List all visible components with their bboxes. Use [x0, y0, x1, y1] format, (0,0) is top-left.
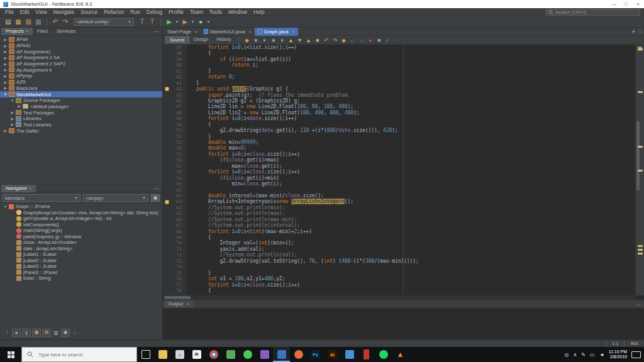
navigator-item-jpanel1[interactable]: jPanel1 : JPanel: [0, 270, 162, 276]
view-source-button[interactable]: Source: [165, 36, 189, 43]
tab-graph-java[interactable]: Graph.java×: [255, 28, 298, 36]
code-line[interactable]: 53 double min=99999;: [163, 140, 635, 145]
navigator-item-date[interactable]: date : ArrayList<String>: [0, 246, 162, 252]
stop-macro-recording-icon[interactable]: ■: [375, 36, 382, 44]
previous-bookmark-icon[interactable]: ↶: [322, 36, 330, 44]
red-app-icon[interactable]: [358, 347, 375, 362]
code-line[interactable]: 63 ArrayList<Integer>yaxis=new ArrayList…: [163, 199, 635, 204]
tab-services[interactable]: Services: [52, 28, 80, 35]
tab-start-page[interactable]: Start Page×: [164, 28, 201, 36]
show-fields-icon[interactable]: ■: [12, 329, 21, 337]
menu-file[interactable]: File: [2, 9, 17, 15]
code-line[interactable]: 68 for(int i=0;i<(int)(max-min)+2;i++): [163, 229, 635, 234]
code-line[interactable]: 78 {: [163, 288, 635, 293]
view-history-button[interactable]: History: [213, 36, 235, 43]
warning-mark-icon[interactable]: [638, 253, 643, 255]
save-all-icon[interactable]: ▥: [34, 18, 43, 26]
arrow-collapsed-icon[interactable]: ▶: [3, 74, 8, 78]
code-line[interactable]: 38 {: [163, 50, 635, 56]
tree-item-libraries[interactable]: ▶Libraries: [0, 116, 162, 122]
sort-alphabetically-icon[interactable]: ▤: [42, 329, 51, 337]
local-history-dropdown-icon[interactable]: ▾: [260, 36, 268, 44]
start-button[interactable]: [0, 347, 21, 362]
code-line[interactable]: 44 public void paint(Graphics g) {: [163, 86, 635, 92]
comment-icon[interactable]: ✓: [384, 36, 391, 44]
code-line[interactable]: 58 for(int i=0;i<close.size();i++): [163, 169, 635, 175]
chrome-icon[interactable]: [205, 347, 222, 362]
illustrator-icon[interactable]: Ai: [324, 347, 341, 362]
code-editor[interactable]: 37 for(int i=0;i<list.size();i++)38 {39 …: [163, 45, 635, 295]
navigator-item-graph[interactable]: ▼Graph :: JFrame: [0, 204, 162, 210]
taskbar-search[interactable]: [21, 347, 137, 362]
code-line[interactable]: 74: [163, 264, 635, 270]
undo-icon[interactable]: ↶: [51, 18, 60, 26]
3d-modeling-app-icon[interactable]: [341, 347, 358, 362]
tree-item-ap-assignment-2-sa[interactable]: ▶AP Assignment 2 SA: [0, 55, 162, 61]
code-line[interactable]: 52 }: [163, 134, 635, 140]
new-project-icon[interactable]: ▦: [14, 18, 23, 26]
minimize-panel-icon[interactable]: —: [154, 185, 159, 191]
diff-dropdown-icon[interactable]: ▾: [278, 36, 286, 44]
horizontal-scrollbar-thumb[interactable]: [164, 296, 191, 299]
minimize-panel-icon[interactable]: —: [636, 302, 641, 307]
code-line[interactable]: 49 for(int i=0;i<date.size();i++): [163, 116, 635, 121]
menu-source[interactable]: Source: [77, 9, 101, 15]
close-icon[interactable]: ×: [248, 30, 251, 34]
code-line[interactable]: 43 }: [163, 80, 635, 86]
ide-search-box[interactable]: Search (Ctrl+I): [546, 9, 640, 16]
profile-project-icon[interactable]: ●: [196, 18, 205, 26]
maximize-document-icon[interactable]: □: [638, 29, 641, 35]
navigator-item-jlabel1[interactable]: jLabel1 : JLabel: [0, 251, 162, 258]
volume-icon[interactable]: ◄: [599, 352, 604, 358]
code-line[interactable]: 40 return i;: [163, 62, 635, 68]
people-icon[interactable]: ◎: [565, 352, 569, 358]
warning-mark-icon[interactable]: [638, 249, 643, 251]
orange-app-icon[interactable]: [290, 347, 307, 362]
profile-project-dropdown-icon[interactable]: ▾: [206, 18, 211, 26]
arrow-collapsed-icon[interactable]: ▶: [3, 56, 8, 60]
tree-item-default-package[interactable]: ▶<default package>: [0, 104, 162, 110]
back-icon[interactable]: ←: [348, 36, 356, 44]
code-line[interactable]: 50 {: [163, 122, 635, 128]
arrow-collapsed-icon[interactable]: ▶: [9, 123, 15, 126]
code-line[interactable]: 69 {: [163, 234, 635, 240]
tab-output[interactable]: Output ×: [164, 300, 193, 308]
file-explorer-icon[interactable]: [154, 347, 171, 362]
sort-by-source-icon[interactable]: ▥: [52, 329, 60, 337]
hint-bulb-icon[interactable]: [165, 87, 169, 91]
toggle-highlight-search-icon[interactable]: ■: [313, 36, 321, 44]
arrow-collapsed-icon[interactable]: ▶: [9, 117, 15, 121]
pen-icon[interactable]: ✎: [581, 352, 586, 358]
menu-run[interactable]: Run: [127, 9, 143, 15]
arrow-expanded-icon[interactable]: ▼: [3, 205, 8, 209]
vertical-scrollbar-thumb[interactable]: [636, 121, 640, 190]
code-line[interactable]: 56 if(close.get(i)>max): [163, 157, 635, 163]
warning-mark-icon[interactable]: [638, 245, 643, 247]
navigator-item-paint[interactable]: paint(Graphics g) ↑ Window: [0, 234, 162, 240]
tree-item-stockmarketgui[interactable]: ▼StockMarketGUI: [0, 91, 162, 97]
forward-icon[interactable]: →: [357, 36, 365, 44]
view-design-button[interactable]: Design: [190, 36, 212, 43]
spotify-icon[interactable]: [375, 347, 392, 362]
code-line[interactable]: 64 //System.out.println(min);: [163, 205, 635, 211]
code-line[interactable]: 45 super.paint(g); // fixes the immediat…: [163, 92, 635, 98]
code-line[interactable]: 48 Line2D lin2 = new Line2D.Float(100, 4…: [163, 110, 635, 116]
build-project-icon[interactable]: T: [138, 18, 147, 26]
tree-item-ap-assignment-2-sap2[interactable]: ▶AP Assignment 2 SAP2: [0, 61, 162, 67]
menu-navigate[interactable]: Navigate: [50, 9, 78, 15]
task-view-icon[interactable]: [137, 347, 154, 362]
code-line[interactable]: 37 for(int i=0;i<list.size();i++): [163, 45, 635, 50]
tab-marketgui-java[interactable]: MarketGUI.java×: [201, 28, 255, 36]
tab-files[interactable]: Files: [33, 28, 52, 35]
show-static-members-icon[interactable]: §: [22, 329, 31, 337]
arrow-collapsed-icon[interactable]: ▶: [3, 129, 8, 133]
menu-refactor[interactable]: Refactor: [101, 9, 127, 15]
code-line[interactable]: 75 }: [163, 270, 635, 276]
code-line[interactable]: 62 double interval=(max-min)/close.size(…: [163, 193, 635, 199]
show-inherited-icon[interactable]: ↑: [3, 329, 11, 337]
redo-icon[interactable]: ↷: [61, 18, 70, 26]
battery-icon[interactable]: ▭: [590, 352, 595, 358]
code-line[interactable]: 65 //System.out.println(max);: [163, 211, 635, 216]
tab-projects[interactable]: Projects×: [1, 28, 33, 35]
navigator-item-main[interactable]: main(String[] args): [0, 228, 162, 234]
